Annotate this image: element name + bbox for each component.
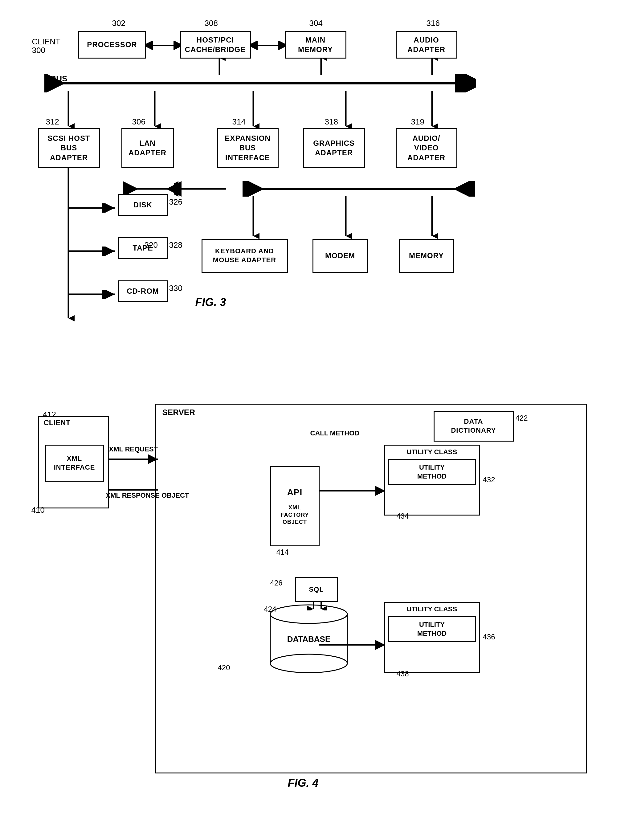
lan-box: LAN ADAPTER [122,128,174,168]
ref-436: 436 [483,633,495,641]
bus-arrow [44,74,476,92]
api-to-utility1 [319,485,387,497]
database-cylinder: DATABASE [267,602,350,673]
server-label: SERVER [163,408,195,417]
call-method-label: CALL METHOD [310,429,360,437]
svg-point-52 [270,654,347,673]
scsi-to-cdrom [62,290,118,299]
api-to-utility2 [319,639,387,651]
bus-to-hostpci [213,58,226,76]
bus-to-audiovideo [426,91,438,128]
modem-box: MODEM [313,239,368,273]
page: 302 308 304 316 CLIENT 300 PROCESSOR HOS… [0,0,637,840]
ref-432: 432 [483,475,495,484]
ref-302: 302 [112,19,125,28]
xml-response-label: XML RESPONSE OBJECT [106,491,189,499]
exp-to-keyboard [247,196,259,239]
ref-438: 438 [397,669,409,678]
ref-312: 312 [46,117,59,127]
ref-326: 326 [169,197,182,207]
keyboard-box: KEYBOARD AND MOUSE ADAPTER [202,239,288,273]
ref-330: 330 [169,284,182,293]
ref-320: 320 [145,240,158,250]
host-pci-box: HOST/PCI CACHE/BRIDGE [180,31,251,58]
arrow-proc-host [145,41,181,50]
ref-308: 308 [205,19,218,28]
av-to-memory [426,196,438,239]
bus-label: BUS [51,74,68,84]
ref-434: 434 [397,512,409,521]
ref-426: 426 [270,579,283,587]
ref-422: 422 [515,414,528,422]
cdrom-box: CD-ROM [119,280,168,302]
ref-319: 319 [411,117,424,127]
scsi-to-tape [62,246,118,256]
ref-304: 304 [310,19,322,28]
client-ref-fig3: 300 [32,46,45,55]
ref-414: 414 [277,548,289,556]
xml-request-arrow [109,453,159,465]
ref-424: 424 [264,605,277,614]
ref-420: 420 [218,663,230,672]
ref-316: 316 [427,19,440,28]
disk-box: DISK [119,194,168,216]
ref-328: 328 [169,240,182,250]
utility-method-2-box: UTILITY METHOD [388,616,476,642]
graphics-to-modem [340,196,352,239]
utility-class-box-2: UTILITY CLASS UTILITY METHOD [384,602,480,673]
utility-class-2-label: UTILITY CLASS [385,603,479,614]
db-to-sql [307,601,319,610]
fig3-label: FIG. 3 [195,296,226,308]
bus-to-mainmem [315,58,327,76]
figure-4: 412 CLIENT XML INTERFACE 410 SERVER DATA… [26,401,612,801]
sql-box: SQL [295,577,338,602]
bus-to-audioadapter [426,58,438,76]
ref-314: 314 [232,117,246,127]
ref-318: 318 [325,117,338,127]
tape-box: TAPE [119,237,168,259]
scsi-to-disk [62,204,118,213]
arrow-host-mem [250,41,286,50]
memory-box: MEMORY [399,239,454,273]
processor-box: PROCESSOR [78,31,146,58]
fig4-label-container: FIG. 4 [288,777,319,789]
client-outer-box: XML INTERFACE [38,416,109,508]
figure-3: 302 308 304 316 CLIENT 300 PROCESSOR HOS… [26,12,612,382]
ref-310: 306 [132,117,145,127]
expansion-box: EXPANSION BUS INTERFACE [217,128,278,168]
bottom-bus-right [242,181,476,197]
fig3-label-container: FIG. 3 [195,296,226,309]
bus-to-graphics [340,91,352,128]
graphics-box: GRAPHICS ADAPTER [303,128,365,168]
ref-410: 410 [32,505,45,515]
fig4-label: FIG. 4 [288,777,319,789]
utility-method-1-box: UTILITY METHOD [388,459,476,485]
utility-class-box-1: UTILITY CLASS UTILITY METHOD [384,445,480,516]
server-box: SERVER DATA DICTIONARY 422 CALL METHOD U… [155,404,587,774]
bus-to-exp [247,91,259,128]
xml-interface-box: XML INTERFACE [45,445,104,482]
client-label-fig3: CLIENT [32,37,60,47]
bus-to-scsi [62,91,74,128]
api-box: API XML FACTORY OBJECT [270,466,319,546]
exp-left-arrow [174,181,229,197]
xml-request-label: XML REQUEST [109,445,158,453]
main-memory-box: MAIN MEMORY [285,31,346,58]
bus-to-lan [149,91,161,128]
utility-class-1-label: UTILITY CLASS [385,445,479,457]
data-dictionary-box: DATA DICTIONARY [434,411,514,442]
scsi-box: SCSI HOST BUS ADAPTER [38,128,100,168]
audio-adapter-box: AUDIO ADAPTER [396,31,457,58]
bus-area: BUS [44,74,476,94]
audio-video-box: AUDIO/ VIDEO ADAPTER [396,128,457,168]
